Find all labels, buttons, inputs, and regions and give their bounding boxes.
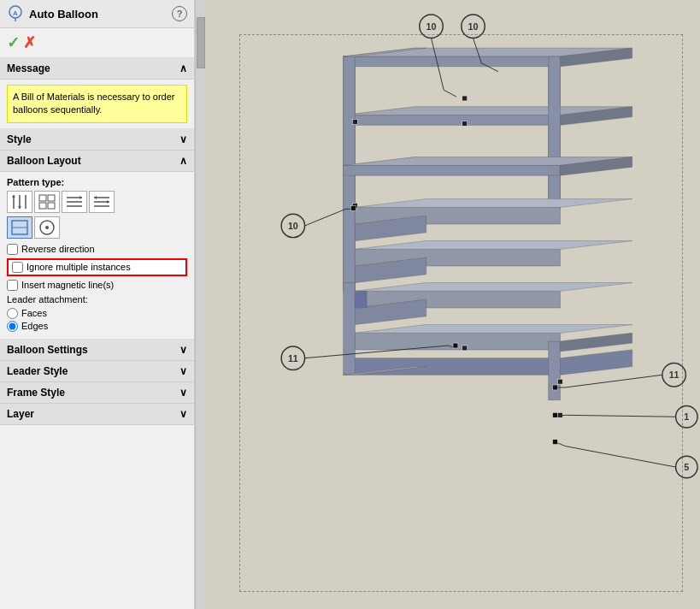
faces-radio-row: Faces xyxy=(7,308,187,319)
style-section-label: Style xyxy=(7,133,32,145)
svg-text:A: A xyxy=(13,9,18,17)
panel-header: A Auto Balloon ? xyxy=(0,0,194,28)
frame-style-chevron-icon: ∨ xyxy=(179,387,187,399)
reverse-direction-label: Reverse direction xyxy=(21,244,95,254)
balloon-settings-label: Balloon Settings xyxy=(7,344,88,356)
pattern-btn-1[interactable] xyxy=(7,191,32,213)
edges-radio-row: Edges xyxy=(7,321,187,332)
leader-style-chevron-icon: ∨ xyxy=(179,365,187,377)
layer-chevron-icon: ∨ xyxy=(179,408,187,420)
reverse-direction-row: Reverse direction xyxy=(7,244,187,255)
pattern-type-label: Pattern type: xyxy=(7,177,187,187)
svg-marker-15 xyxy=(79,196,82,199)
ignore-multiple-row: Ignore multiple instances xyxy=(7,258,187,276)
message-section-content: A Bill of Materials is necessary to orde… xyxy=(0,80,194,129)
leader-attachment-group: Faces Edges xyxy=(7,308,187,332)
faces-label: Faces xyxy=(21,308,47,318)
svg-marker-7 xyxy=(18,206,21,209)
leader-style-section-header[interactable]: Leader Style ∨ xyxy=(0,361,194,382)
drawing-border xyxy=(239,34,683,592)
pattern-btn-5[interactable] xyxy=(7,216,32,239)
ignore-multiple-checkbox[interactable] xyxy=(12,262,23,273)
balloon-layout-content: Pattern type: xyxy=(0,172,194,340)
auto-balloon-icon: A xyxy=(7,5,24,22)
message-chevron-icon: ∧ xyxy=(179,62,187,74)
pattern-btn-6[interactable] xyxy=(34,216,60,239)
pattern-btn-4[interactable] xyxy=(89,191,115,213)
panel-title-group: A Auto Balloon xyxy=(7,5,98,22)
svg-rect-8 xyxy=(39,195,46,201)
left-panel: A Auto Balloon ? ✓ ✗ Message ∧ A Bill of… xyxy=(0,0,195,609)
cancel-button[interactable]: ✗ xyxy=(23,33,36,52)
balloon-layout-label: Balloon Layout xyxy=(7,155,81,167)
confirm-button[interactable]: ✓ xyxy=(7,33,20,52)
balloon-layout-chevron-icon: ∧ xyxy=(179,155,187,167)
style-chevron-icon: ∨ xyxy=(179,133,187,145)
pattern-btn-3[interactable] xyxy=(62,191,87,213)
svg-rect-10 xyxy=(39,203,46,209)
svg-rect-9 xyxy=(48,195,55,201)
edges-radio[interactable] xyxy=(7,321,18,332)
style-section-header[interactable]: Style ∨ xyxy=(0,129,194,151)
help-button[interactable]: ? xyxy=(172,6,187,21)
edges-label: Edges xyxy=(21,321,48,331)
message-text: A Bill of Materials is necessary to orde… xyxy=(7,85,187,123)
toolbar: ✓ ✗ xyxy=(0,28,194,58)
balloon-settings-section-header[interactable]: Balloon Settings ∨ xyxy=(0,340,194,361)
insert-magnetic-label: Insert magnetic line(s) xyxy=(21,280,114,290)
frame-style-label: Frame Style xyxy=(7,387,65,399)
svg-rect-11 xyxy=(48,203,55,209)
scrollbar-thumb[interactable] xyxy=(197,17,205,68)
frame-style-section-header[interactable]: Frame Style ∨ xyxy=(0,382,194,404)
faces-radio[interactable] xyxy=(7,308,18,319)
balloon-settings-chevron-icon: ∨ xyxy=(179,344,187,356)
balloon-10a-text: 10 xyxy=(426,21,437,32)
canvas-area: 10 10 10 11 11 1 5 xyxy=(205,0,700,609)
insert-magnetic-row: Insert magnetic line(s) xyxy=(7,280,187,291)
balloon-10b-text: 10 xyxy=(468,21,479,32)
layer-label: Layer xyxy=(7,408,34,420)
pattern-grid-row2 xyxy=(7,216,187,239)
balloon-layout-section-header[interactable]: Balloon Layout ∧ xyxy=(0,151,194,172)
svg-marker-6 xyxy=(12,195,15,198)
pattern-grid-row1 xyxy=(7,191,187,213)
panel-scrollbar[interactable] xyxy=(195,0,205,609)
balloon-1-text: 1 xyxy=(684,411,689,422)
reverse-direction-checkbox[interactable] xyxy=(7,244,18,255)
message-section-label: Message xyxy=(7,62,50,74)
leader-attachment-label: Leader attachment: xyxy=(7,294,187,304)
svg-marker-19 xyxy=(94,196,97,199)
svg-point-24 xyxy=(45,226,49,229)
layer-section-header[interactable]: Layer ∨ xyxy=(0,404,194,425)
leader-style-label: Leader Style xyxy=(7,365,68,377)
balloon-5-text: 5 xyxy=(684,462,689,472)
insert-magnetic-checkbox[interactable] xyxy=(7,280,18,291)
panel-title: Auto Balloon xyxy=(29,8,98,21)
pattern-btn-2[interactable] xyxy=(34,191,60,213)
message-section-header[interactable]: Message ∧ xyxy=(0,58,194,80)
svg-marker-20 xyxy=(107,200,109,204)
ignore-multiple-label: Ignore multiple instances xyxy=(26,262,131,272)
